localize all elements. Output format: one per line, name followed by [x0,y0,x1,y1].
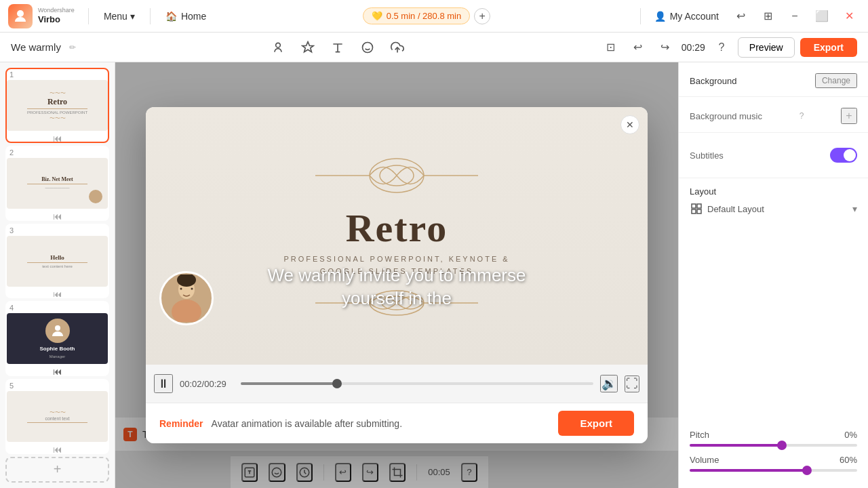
subtitles-toggle[interactable] [830,148,857,163]
layout-dropdown-button[interactable]: ▾ [852,203,857,214]
subtitle-toggle-button[interactable]: ⊡ [600,37,622,58]
layout-label: Layout [690,186,857,197]
subtitles-section: Subtitles [679,133,868,178]
upload-tool-button[interactable] [387,37,408,58]
retro-title: Retro [346,205,448,251]
account-icon: 👤 [654,11,666,22]
workspace: T Text | We wa... innova... ↩ ↪ 00:05 [115,62,678,488]
retro-slide: Retro PROFESSIONAL POWERPOINT, KEYNOTE &… [146,107,648,365]
redo-button[interactable]: ↪ [654,37,676,58]
time-value: 0.5 min / 280.8 min [387,11,462,21]
slide-item-2[interactable]: 2 Biz. Net Meet —————— ⏮ [5,146,109,221]
project-duration: 00:29 [682,42,705,53]
slide-item-4[interactable]: 4 Sophie Booth Manager ⏮ [5,301,109,376]
svg-point-6 [55,325,60,331]
music-section: Background music ? + [679,97,868,133]
pitch-thumb[interactable] [777,441,787,450]
caption-line2: yourself in the [146,287,648,310]
pitch-row: Pitch 0% [690,430,857,447]
secondbar: We warmly ✏ ⊡ ↩ ↪ 00:29 ? Preview Export [0,33,868,62]
modal-overlay: ✕ [115,62,678,488]
slide-thumb-5: 〜〜〜 content text [7,391,108,442]
progress-fill [241,382,340,385]
app-logo-icon [8,4,33,28]
home-icon: 🏠 [165,11,177,22]
text-tool-button[interactable] [327,37,349,58]
pause-button[interactable]: ⏸ [154,374,173,393]
slide-4-prev-icon[interactable]: ⏮ [53,366,62,376]
audio-settings-section: Pitch 0% Volume 60% [679,422,868,488]
add-time-button[interactable]: + [474,8,490,24]
add-music-button[interactable]: + [841,108,857,124]
slide-thumb-2: Biz. Net Meet —————— [7,158,108,209]
avatar-tool-button[interactable] [267,37,289,58]
svg-rect-27 [697,209,701,214]
slide-item-1[interactable]: 1 〜〜〜 Retro PROFESSIONAL POWERPOINT 〜〜〜 … [5,68,109,143]
svg-point-1 [276,43,281,47]
undo-button[interactable]: ↩ [627,37,649,58]
edit-icon[interactable]: ✏ [69,43,76,52]
preview-button[interactable]: Preview [738,37,795,58]
volume-button[interactable]: 🔉 [600,375,618,392]
home-button[interactable]: 🏠 Home [159,8,213,24]
progress-track[interactable] [241,382,593,385]
caption-overlay: We warmly invite you to immerse yourself… [146,264,648,310]
pitch-fill [690,444,782,447]
retro-ornament-top [302,148,492,203]
layout-grid-icon [690,202,703,216]
add-slide-button[interactable]: + [5,457,109,483]
slide-2-prev-icon[interactable]: ⏮ [53,211,62,221]
reminder-text: Avatar animation is available after subm… [212,418,551,429]
export-top-button[interactable]: Export [800,38,857,57]
history-button[interactable]: ↩ [730,5,751,27]
svg-point-2 [363,42,373,52]
reminder-label: Reminder [159,418,203,429]
slide-3-prev-icon[interactable]: ⏮ [53,289,62,299]
topbar-center: 💛 0.5 min / 280.8 min + [221,7,631,24]
pitch-value: 0% [844,430,857,440]
volume-row: Volume 60% [690,455,857,472]
sticker-tool-button[interactable] [357,37,378,58]
separator-1 [88,8,89,24]
slide-thumb-4: Sophie Booth Manager [7,313,108,364]
slide-5-prev-icon[interactable]: ⏮ [53,444,62,454]
layout-section: Layout Default Layout ▾ [679,178,868,224]
restore-button[interactable]: ⬜ [811,5,833,27]
subtitles-label: Subtitles [690,150,724,161]
slide-1-prev-icon[interactable]: ⏮ [53,133,62,143]
topbar: Wondershare Virbo Menu ▾ 🏠 Home 💛 0.5 mi… [0,0,868,33]
caption-line1: We warmly invite you to immerse [146,264,648,287]
topbar-right: 👤 My Account ↩ ⊞ − ⬜ ✕ [649,5,860,27]
account-button[interactable]: 👤 My Account [649,8,724,24]
svg-rect-25 [697,204,701,208]
svg-rect-24 [692,204,696,208]
help-button[interactable]: ? [711,37,732,58]
modal-close-button[interactable]: ✕ [620,115,639,134]
main-area: 1 〜〜〜 Retro PROFESSIONAL POWERPOINT 〜〜〜 … [0,62,868,488]
effects-tool-button[interactable] [297,37,319,58]
music-help-icon: ? [800,111,804,121]
slide-item-5[interactable]: 5 〜〜〜 content text ⏮ [5,379,109,454]
home-label: Home [181,11,206,22]
progress-area [241,382,593,385]
preview-modal: ✕ [146,107,648,443]
close-button[interactable]: ✕ [838,5,860,27]
current-time: 00:02/00:29 [180,379,234,389]
music-label: Background music [690,111,762,121]
volume-label: Volume [690,455,719,465]
background-change-button[interactable]: Change [815,73,857,88]
slide-item-3[interactable]: 3 Hello text content here ⏮ [5,224,109,299]
minimize-button[interactable]: − [784,5,806,27]
project-name: We warmly [11,41,61,53]
default-layout-label: Default Layout [707,204,764,214]
menu-button[interactable]: Menu ▾ [97,8,142,24]
slide-thumb-1: 〜〜〜 Retro PROFESSIONAL POWERPOINT 〜〜〜 [7,80,108,131]
app-brand: Wondershare [38,7,75,14]
grid-button[interactable]: ⊞ [757,5,778,27]
fullscreen-button[interactable]: ⛶ [625,375,639,392]
menu-chevron-icon: ▾ [130,11,135,22]
modal-video-area: Retro PROFESSIONAL POWERPOINT, KEYNOTE &… [146,107,648,365]
volume-thumb[interactable] [802,466,812,475]
video-controls: ⏸ 00:02/00:29 🔉 ⛶ [146,365,648,403]
modal-export-button[interactable]: Export [558,411,634,436]
